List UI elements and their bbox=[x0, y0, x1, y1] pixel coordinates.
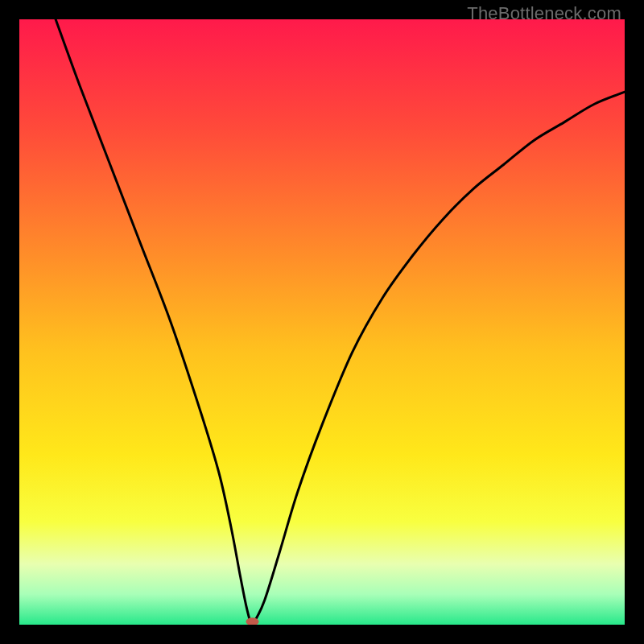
gradient-background bbox=[19, 19, 625, 625]
bottleneck-chart bbox=[19, 19, 625, 625]
watermark-text: TheBottleneck.com bbox=[467, 3, 621, 24]
plot-frame bbox=[19, 19, 625, 625]
